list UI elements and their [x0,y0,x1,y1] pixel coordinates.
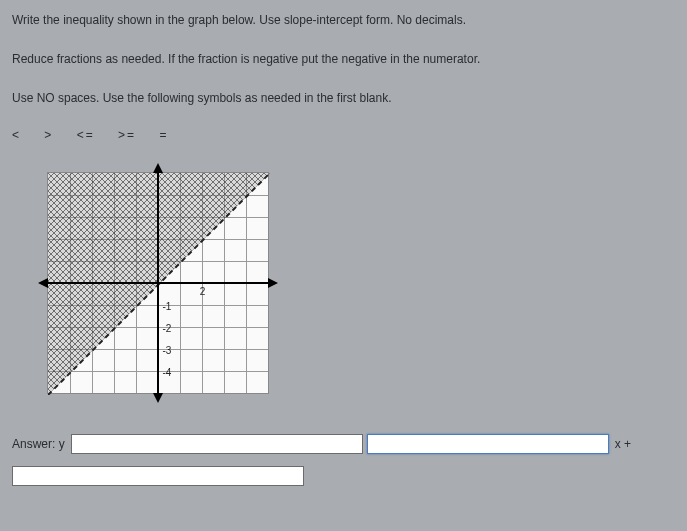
graph-container: 2 -1 -2 -3 -4 [47,172,675,394]
arrow-up-icon [153,163,163,173]
answer-row: Answer: y x + [12,434,675,454]
svg-marker-1 [48,173,270,395]
slope-input[interactable] [367,434,609,454]
symbol-gt: > [44,128,53,142]
svg-line-2 [48,173,270,395]
symbol-lte: <= [77,128,95,142]
shaded-region [48,173,270,395]
y-axis [157,173,159,393]
symbol-list: < > <= >= = [12,128,675,142]
symbol-lt: < [12,128,21,142]
y-tick-n3: -3 [162,345,171,356]
answer-prefix: Answer: y [12,437,65,451]
arrow-left-icon [38,278,48,288]
symbol-gte: >= [118,128,136,142]
instruction-line-3: Use NO spaces. Use the following symbols… [12,90,675,107]
arrow-right-icon [268,278,278,288]
intercept-input[interactable] [12,466,304,486]
instruction-line-1: Write the inequality shown in the graph … [12,12,675,29]
x-tick-2: 2 [200,286,206,297]
instruction-line-2: Reduce fractions as needed. If the fract… [12,51,675,68]
arrow-down-icon [153,393,163,403]
coordinate-graph: 2 -1 -2 -3 -4 [47,172,269,394]
answer-suffix: x + [615,437,631,451]
symbol-eq: = [159,128,168,142]
answer-row-2 [12,460,675,486]
y-tick-n1: -1 [162,301,171,312]
inequality-symbol-input[interactable] [71,434,363,454]
y-tick-n4: -4 [162,367,171,378]
y-tick-n2: -2 [162,323,171,334]
